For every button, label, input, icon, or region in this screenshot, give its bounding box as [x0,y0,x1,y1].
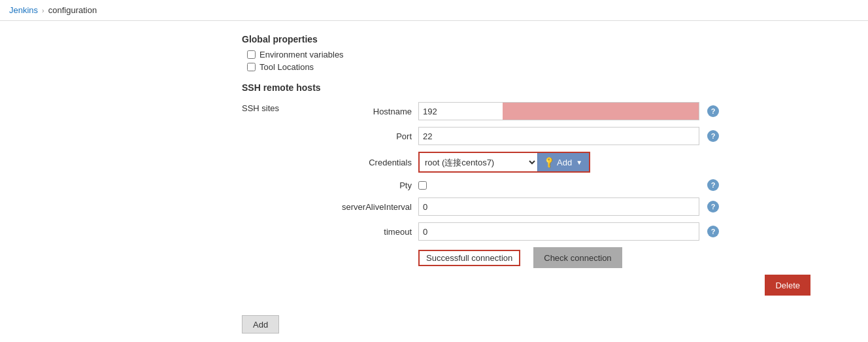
hostname-input[interactable] [418,102,699,120]
credentials-input-wrap: root (连接centos7) 🔑 Add ▼ [418,152,719,173]
server-alive-label: serverAliveInterval [301,202,418,212]
port-row: Port ? [301,127,868,145]
port-label: Port [301,131,418,141]
server-alive-input[interactable] [418,197,699,216]
breadcrumb-separator: › [42,7,44,14]
global-properties-section: Global properties Environment variables … [242,34,868,72]
timeout-label: timeout [301,227,418,237]
environment-variables-row: Environment variables [247,50,868,60]
delete-button[interactable]: Delete [765,275,810,296]
action-row: Successfull connection Check connection [301,247,868,268]
timeout-input[interactable] [418,222,699,241]
timeout-help-icon[interactable]: ? [707,226,719,237]
key-icon: 🔑 [542,156,556,169]
hostname-row: Hostname ? [301,102,868,120]
dropdown-arrow-icon: ▼ [576,159,582,166]
pty-label: Pty [301,180,418,190]
server-alive-row: serverAliveInterval ? [301,197,868,216]
credentials-wrap: root (连接centos7) 🔑 Add ▼ [418,152,590,173]
timeout-input-wrap: ? [418,222,719,241]
pty-help-icon[interactable]: ? [707,179,719,191]
hostname-input-wrap: ? [418,102,719,120]
timeout-row: timeout ? [301,222,868,241]
credentials-row: Credentials root (连接centos7) 🔑 Add ▼ [301,152,868,173]
pty-checkbox[interactable] [418,181,427,190]
ssh-sites-label: SSH sites [242,102,301,302]
credentials-label: Credentials [301,158,418,167]
port-input-wrap: ? [418,127,719,145]
hostname-help-icon[interactable]: ? [707,105,719,117]
ssh-sites-container: SSH sites Hostname ? Port ? [242,102,868,302]
breadcrumb-home[interactable]: Jenkins [9,5,38,15]
credentials-select[interactable]: root (连接centos7) [420,153,537,171]
breadcrumb-current: configuration [48,5,97,15]
port-help-icon[interactable]: ? [707,130,719,142]
global-properties-title: Global properties [242,34,868,44]
environment-variables-checkbox[interactable] [247,50,256,59]
add-button-label: Add [557,158,572,167]
credentials-add-button[interactable]: 🔑 Add ▼ [537,153,589,171]
hostname-label: Hostname [301,107,418,116]
check-connection-button[interactable]: Check connection [533,247,622,268]
breadcrumb: Jenkins › configuration [0,0,868,21]
tool-locations-label: Tool Locations [259,62,314,72]
main-content: Global properties Environment variables … [0,21,868,342]
ssh-remote-hosts-title: SSH remote hosts [242,82,868,93]
delete-wrap: Delete [418,275,810,296]
pty-row: Pty ? [301,179,868,191]
server-alive-input-wrap: ? [418,197,719,216]
success-message: Successfull connection [418,250,520,266]
ssh-remote-hosts-section: SSH remote hosts SSH sites Hostname ? Po… [242,82,868,302]
tool-locations-checkbox[interactable] [247,63,256,71]
port-input[interactable] [418,127,699,145]
delete-row: Delete [301,275,868,296]
tool-locations-row: Tool Locations [247,62,868,72]
add-bottom-button[interactable]: Add [242,315,279,333]
action-buttons-wrap: Successfull connection Check connection [418,247,810,268]
environment-variables-label: Environment variables [259,50,344,60]
server-alive-help-icon[interactable]: ? [707,201,719,213]
ssh-fields: Hostname ? Port ? Credentials [301,102,868,302]
pty-input-wrap: ? [418,179,719,191]
